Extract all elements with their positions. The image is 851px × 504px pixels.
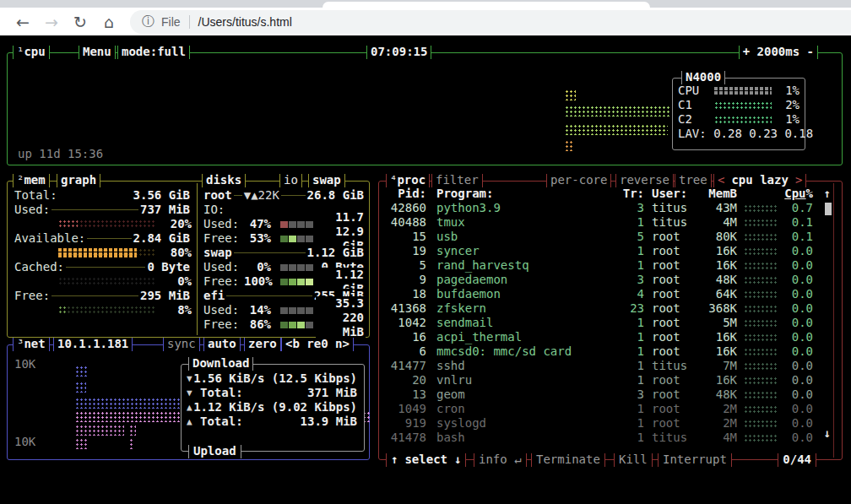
disk-root-free-row: Free: 53% 12.9 GiB [202, 231, 366, 246]
disk-root-used-percent: 47% [242, 217, 273, 231]
sort-next-icon[interactable]: > [795, 173, 802, 187]
process-row[interactable]: 18bufdaemon4root64K0.0 [386, 287, 813, 301]
cpu-graph-segment [565, 124, 668, 135]
back-icon[interactable]: ← [8, 10, 37, 34]
process-row[interactable]: 41478bash1titus4M0.0 [386, 431, 813, 445]
mem-total-value: 3.56 GiB [132, 188, 192, 203]
upload-speed-row: ▲ 1.12 KiB/s (9.02 Kibps) [187, 400, 357, 415]
home-icon[interactable]: ⌂ [95, 10, 123, 34]
browser-chrome: ← → ↻ ⌂ ⓘ File /Users/titus/s.html [0, 0, 851, 35]
process-row[interactable]: 13geom3root48K0.0 [386, 387, 813, 402]
process-row[interactable]: 919syslogd1root2M0.0 [386, 416, 813, 431]
interface-selector[interactable]: <b re0 n> [281, 338, 354, 351]
per-core-toggle[interactable]: per-core [546, 174, 611, 187]
clock: 07:09:15 [366, 46, 431, 59]
disk-root-used-meter [279, 221, 316, 228]
disk-root-name: root [202, 188, 234, 203]
column-program[interactable]: Program: [426, 187, 622, 201]
mem-available-row: Available: 2.84 GiB [13, 231, 192, 246]
proc-box-title[interactable]: ⁴proc [386, 174, 430, 187]
upload-graph-segment [129, 438, 134, 449]
process-row[interactable]: 16acpi_thermal1root16K0.0 [386, 330, 813, 344]
update-interval-control[interactable]: + 2000ms - [739, 46, 818, 59]
scroll-down-icon[interactable]: ↓ [824, 426, 831, 441]
mem-box-title[interactable]: ²mem [13, 174, 50, 187]
io-tab[interactable]: io [279, 174, 302, 187]
disk-swap-used-label: Used: [202, 260, 242, 274]
process-row[interactable]: 1042sendmail1root5M0.0 [386, 316, 813, 330]
tree-toggle[interactable]: tree [675, 174, 712, 187]
sync-toggle[interactable]: sync [163, 338, 200, 351]
disk-efi-free-percent: 86% [242, 317, 273, 332]
process-row[interactable]: 40488tmux1titus4M0.1 [386, 215, 813, 230]
process-row[interactable]: 41477sshd1titus7M0.0 [386, 359, 813, 373]
download-graph-segment [75, 366, 89, 377]
process-row[interactable]: 42860python3.93titus43M0.7 [386, 201, 813, 215]
download-graph-segment [75, 382, 86, 393]
column-threads[interactable]: Tr: [622, 187, 644, 201]
download-speed: 1.56 KiB/s (12.5 Kibps) [193, 371, 357, 386]
process-row[interactable]: 19syncer1root16K0.0 [386, 244, 813, 258]
mem-free-meter [58, 306, 156, 315]
mem-available-meter [58, 248, 156, 257]
page-info-icon[interactable]: ⓘ [142, 14, 154, 30]
cpu-total-row: CPU 1% [678, 84, 800, 98]
graph-tab[interactable]: graph [57, 174, 100, 187]
terminate-button[interactable]: Terminate [531, 453, 605, 467]
column-user[interactable]: User: [644, 187, 695, 201]
mem-cached-percent: 0% [156, 274, 192, 289]
cpu-title-label: cpu [24, 45, 45, 58]
mem-title-label: mem [24, 173, 45, 187]
scrollbar-thumb[interactable] [825, 203, 832, 215]
menu-button[interactable]: Menu [79, 46, 116, 59]
download-speed-row: ▼ 1.56 KiB/s (12.5 Kibps) [187, 371, 357, 386]
column-pid[interactable]: Pid: [386, 187, 426, 201]
process-row[interactable]: 9pagedaemon3root48K0.0 [386, 273, 813, 287]
info-button[interactable]: info ↵ [474, 453, 527, 467]
interrupt-button[interactable]: Interrupt [658, 453, 732, 467]
process-row[interactable]: 6mmcsd0: mmc/sd card1root16K0.0 [386, 344, 813, 359]
reverse-toggle[interactable]: reverse [615, 174, 674, 187]
process-row[interactable]: 41368zfskern23root368K0.0 [386, 301, 813, 316]
reload-icon[interactable]: ↻ [66, 10, 95, 34]
process-row[interactable]: 15usb5root80K0.1 [386, 230, 813, 244]
disks-panel: root ▼▲22K 26.8 GiB IO: Used: 47% 11.7 G… [202, 188, 366, 332]
download-total-label: Total: [200, 386, 243, 400]
disk-swap-free-row: Free: 100% 1.12 GiB [202, 274, 366, 289]
mem-used-percent: 20% [156, 217, 192, 231]
auto-toggle[interactable]: auto [203, 338, 241, 351]
mem-box: ²mem graph disks io swap Total: 3.56 GiB… [7, 181, 370, 338]
download-scale-label: 10K [14, 357, 35, 371]
sort-selector[interactable]: <cpu lazy> [713, 174, 806, 187]
disk-root-io-label: IO: [202, 203, 242, 217]
cpu-model-name: N4000 [681, 71, 725, 84]
net-box-title[interactable]: ³net [13, 338, 50, 351]
disks-tab[interactable]: disks [202, 174, 246, 187]
select-control[interactable]: ↑select↓ [386, 453, 466, 467]
process-row[interactable]: 20vnlru1root16K0.0 [386, 373, 813, 387]
address-bar[interactable]: ⓘ File /Users/titus/s.html [130, 10, 851, 34]
mem-available-label: Available: [13, 231, 87, 246]
scroll-up-icon[interactable]: ↑ [824, 187, 831, 201]
disk-root-total: 26.8 GiB [306, 188, 366, 203]
zero-toggle[interactable]: zero [244, 338, 281, 351]
disk-efi-used-label: Used: [202, 303, 242, 317]
select-down-icon[interactable]: ↓ [454, 453, 461, 466]
mem-used-meter-row: 20% [13, 217, 192, 231]
process-row[interactable]: 5rand_harvestq1root16K0.0 [386, 258, 813, 273]
core2-label: C2 [678, 112, 710, 127]
mem-free-percent: 8% [156, 303, 192, 317]
process-row[interactable]: 1049cron1root2M0.0 [386, 402, 813, 416]
column-memory[interactable]: MemB [695, 187, 737, 201]
swap-tab[interactable]: swap [308, 174, 345, 187]
upload-graph-segment [129, 425, 136, 436]
forward-icon[interactable]: → [37, 10, 66, 34]
kill-button[interactable]: Kill [614, 453, 653, 467]
cpu-box-title[interactable]: ¹cpu [13, 46, 50, 59]
core1-row: C1 2% [678, 98, 800, 112]
filter-button[interactable]: filter [431, 174, 483, 187]
cpu-graph-segment [565, 89, 576, 100]
mem-total-row: Total: 3.56 GiB [13, 188, 192, 203]
column-cpu[interactable]: Cpu% [784, 187, 813, 201]
mode-toggle[interactable]: mode:full [117, 46, 190, 59]
